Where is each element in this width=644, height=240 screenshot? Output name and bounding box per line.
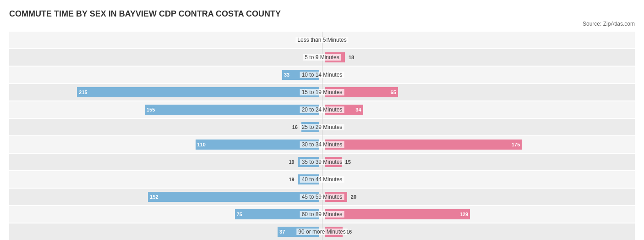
left-section: 33 xyxy=(9,67,322,83)
chart-container: 00Less than 5 Minutes0185 to 9 Minutes33… xyxy=(9,32,635,240)
row-label: 35 to 39 Minutes xyxy=(300,159,344,165)
left-section: 75 xyxy=(9,206,322,223)
row-label: 15 to 19 Minutes xyxy=(300,89,344,95)
left-section: 19 xyxy=(9,154,322,170)
right-section: 129 xyxy=(322,206,635,223)
row-label: 40 to 44 Minutes xyxy=(300,176,344,183)
left-section: 19 xyxy=(9,171,322,188)
right-section: 20 xyxy=(322,189,635,205)
row-label: Less than 5 Minutes xyxy=(295,37,348,43)
row-label: 90 or more Minutes xyxy=(296,229,347,235)
row-label: 45 to 59 Minutes xyxy=(300,194,344,200)
right-section: 16 xyxy=(322,223,635,240)
male-bar: 152 xyxy=(148,192,319,202)
row-label: 60 to 89 Minutes xyxy=(300,211,344,218)
female-value: 65 xyxy=(391,89,396,95)
chart-title: COMMUTE TIME BY SEX IN BAYVIEW CDP CONTR… xyxy=(9,9,635,19)
female-bar: 129 xyxy=(325,209,470,219)
female-value: 18 xyxy=(349,55,354,60)
right-section: 0 xyxy=(322,119,635,135)
row-label: 10 to 14 Minutes xyxy=(300,72,344,78)
left-section: 152 xyxy=(9,189,322,205)
left-section: 0 xyxy=(9,49,322,66)
male-value: 16 xyxy=(292,124,298,130)
male-value: 152 xyxy=(150,194,158,200)
male-bar: 215 xyxy=(77,87,319,97)
female-value: 20 xyxy=(351,194,356,200)
right-section: 0 xyxy=(322,171,635,188)
female-value: 15 xyxy=(345,159,351,165)
left-section: 215 xyxy=(9,84,322,100)
left-section: 0 xyxy=(9,32,322,48)
right-section: 34 xyxy=(322,101,635,118)
male-value: 155 xyxy=(147,107,155,112)
male-value: 19 xyxy=(289,159,294,165)
female-value: 129 xyxy=(460,212,468,217)
row-label: 25 to 29 Minutes xyxy=(300,124,344,130)
right-section: 15 xyxy=(322,154,635,170)
right-section: 0 xyxy=(322,67,635,83)
source-label: Source: ZipAtlas.com xyxy=(9,21,635,27)
right-section: 0 xyxy=(322,32,635,48)
left-section: 110 xyxy=(9,136,322,153)
male-value: 110 xyxy=(197,142,206,147)
left-section: 37 xyxy=(9,223,322,240)
female-value: 175 xyxy=(512,142,520,147)
center-line xyxy=(322,32,322,240)
right-section: 18 xyxy=(322,49,635,66)
right-section: 175 xyxy=(322,136,635,153)
row-label: 30 to 34 Minutes xyxy=(300,141,344,148)
male-value: 75 xyxy=(237,212,242,217)
male-value: 37 xyxy=(279,229,285,234)
female-value: 34 xyxy=(355,107,361,112)
male-bar: 155 xyxy=(145,105,319,115)
male-value: 33 xyxy=(284,72,289,78)
male-value: 215 xyxy=(79,89,87,95)
row-label: 5 to 9 Minutes xyxy=(303,54,341,61)
row-label: 20 to 24 Minutes xyxy=(300,106,344,113)
left-section: 16 xyxy=(9,119,322,135)
left-section: 155 xyxy=(9,101,322,118)
female-bar: 175 xyxy=(325,140,522,150)
male-value: 19 xyxy=(289,177,294,182)
right-section: 65 xyxy=(322,84,635,100)
